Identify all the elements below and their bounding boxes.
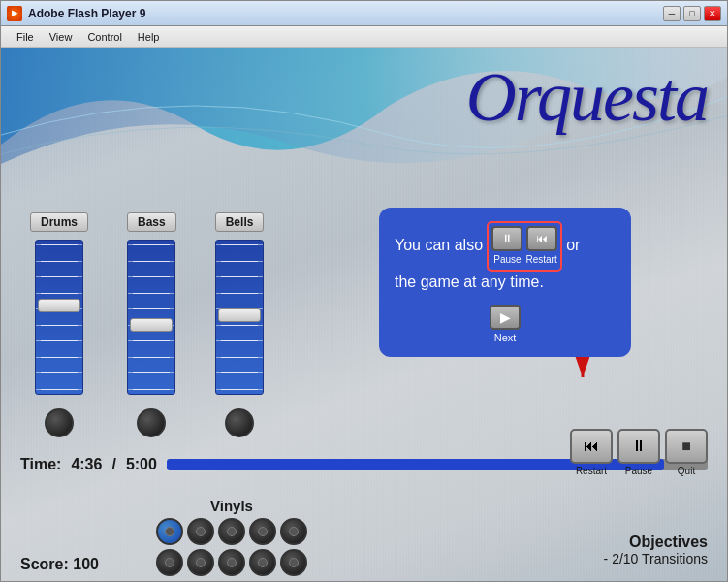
tick bbox=[128, 389, 174, 390]
time-separator: / bbox=[111, 456, 115, 473]
objectives-label: Objectives bbox=[604, 534, 708, 551]
tick bbox=[36, 340, 82, 341]
tick bbox=[128, 357, 174, 358]
menu-control[interactable]: Control bbox=[79, 29, 129, 45]
quit-btn-group: ■ Quit bbox=[665, 429, 708, 476]
tick bbox=[216, 325, 263, 326]
app-window: ▶ Adobe Flash Player 9 ─ □ ✕ File View C… bbox=[0, 0, 728, 582]
title-bar: ▶ Adobe Flash Player 9 ─ □ ✕ bbox=[1, 1, 727, 26]
drums-slider-group: Drums bbox=[30, 212, 88, 437]
bells-slider-track[interactable] bbox=[215, 240, 264, 395]
tick bbox=[36, 372, 82, 373]
quit-button-label: Quit bbox=[678, 466, 695, 476]
next-button[interactable]: ▶ bbox=[490, 305, 521, 330]
tick bbox=[216, 293, 263, 294]
tooltip-popup: You can also ⏸ Pause ⏮ bbox=[379, 208, 631, 357]
bells-slider-handle[interactable] bbox=[218, 308, 261, 322]
score-value: 100 bbox=[73, 556, 99, 572]
maximize-button[interactable]: □ bbox=[683, 6, 701, 21]
time-label: Time: bbox=[20, 456, 61, 473]
window-controls: ─ □ ✕ bbox=[663, 6, 721, 21]
next-btn-area: ▶ Next bbox=[490, 305, 521, 343]
vinyl-disc bbox=[249, 549, 276, 576]
tick bbox=[128, 261, 174, 262]
sliders-section: Drums Bass bbox=[30, 212, 264, 437]
tick bbox=[36, 244, 82, 245]
objectives-section: Objectives - 2/10 Transitions bbox=[604, 534, 708, 566]
drums-slider-track[interactable] bbox=[35, 240, 83, 395]
next-label: Next bbox=[494, 332, 517, 343]
vinyl-disc bbox=[280, 518, 307, 545]
time-total: 5:00 bbox=[126, 456, 157, 473]
tick bbox=[36, 389, 82, 390]
tick bbox=[36, 276, 82, 277]
bass-slider-track[interactable] bbox=[127, 240, 175, 395]
app-icon: ▶ bbox=[7, 6, 22, 21]
menu-view[interactable]: View bbox=[42, 29, 80, 45]
window-title: Adobe Flash Player 9 bbox=[28, 7, 663, 20]
time-current: 4:36 bbox=[71, 456, 102, 473]
bass-slider-handle[interactable] bbox=[130, 318, 173, 332]
pause-button[interactable]: ⏸ bbox=[617, 429, 660, 464]
menu-help[interactable]: Help bbox=[130, 29, 168, 45]
menu-file[interactable]: File bbox=[9, 29, 42, 45]
vinyl-disc bbox=[280, 549, 307, 576]
tick bbox=[128, 244, 174, 245]
bells-label: Bells bbox=[215, 212, 265, 232]
vinyl-disc bbox=[187, 549, 214, 576]
close-button[interactable]: ✕ bbox=[704, 6, 721, 21]
tick bbox=[36, 325, 82, 326]
drums-knob[interactable] bbox=[45, 408, 74, 437]
vinyl-disc bbox=[187, 518, 214, 545]
restart-button-label: Restart bbox=[576, 466, 607, 476]
bass-knob[interactable] bbox=[137, 408, 166, 437]
tooltip-or: or bbox=[566, 237, 580, 253]
tick bbox=[216, 389, 263, 390]
tooltip-text: You can also ⏸ Pause ⏮ bbox=[395, 221, 616, 293]
tick bbox=[216, 372, 263, 373]
app-title: Orquesta bbox=[466, 57, 708, 138]
tick bbox=[216, 244, 263, 245]
tooltip-pause-button[interactable]: ⏸ bbox=[491, 226, 522, 251]
vinyl-globe bbox=[156, 518, 183, 545]
drums-label: Drums bbox=[30, 212, 88, 232]
bells-knob[interactable] bbox=[225, 408, 254, 437]
pause-button-label: Pause bbox=[625, 466, 652, 476]
vinyls-grid bbox=[156, 518, 307, 576]
vinyl-disc bbox=[218, 518, 245, 545]
tick bbox=[216, 261, 263, 262]
minimize-button[interactable]: ─ bbox=[663, 6, 681, 21]
tick bbox=[128, 372, 174, 373]
menu-bar: File View Control Help bbox=[1, 26, 727, 48]
vinyl-disc bbox=[249, 518, 276, 545]
vinyls-label: Vinyls bbox=[210, 498, 253, 514]
score-section: Score: 100 bbox=[20, 556, 99, 573]
main-content: Orquesta Drums bbox=[1, 48, 727, 581]
quit-button[interactable]: ■ bbox=[665, 429, 708, 464]
vinyl-disc bbox=[218, 549, 245, 576]
tick bbox=[216, 276, 263, 277]
tick bbox=[36, 293, 82, 294]
pause-btn-group-main: ⏸ Pause bbox=[617, 429, 660, 476]
tooltip-restart-label: Restart bbox=[525, 253, 556, 267]
restart-btn-group: ⏮ Restart bbox=[525, 226, 556, 267]
tick bbox=[128, 293, 174, 294]
transport-buttons: ⏮ Restart ⏸ Pause ■ Quit bbox=[570, 429, 708, 476]
tick bbox=[216, 340, 263, 341]
pause-btn-group: ⏸ Pause bbox=[491, 226, 522, 267]
bass-label: Bass bbox=[127, 212, 176, 232]
tick bbox=[36, 357, 82, 358]
vinyls-section: Vinyls bbox=[156, 498, 307, 576]
tick bbox=[128, 308, 174, 309]
tooltip-restart-button[interactable]: ⏮ bbox=[526, 226, 557, 251]
tick bbox=[128, 276, 174, 277]
bells-slider-group: Bells bbox=[215, 212, 265, 437]
drums-slider-handle[interactable] bbox=[38, 299, 80, 312]
score-label: Score: bbox=[20, 556, 69, 572]
restart-button[interactable]: ⏮ bbox=[570, 429, 613, 464]
bass-slider-group: Bass bbox=[127, 212, 176, 437]
tick bbox=[128, 340, 174, 341]
tick bbox=[36, 261, 82, 262]
tooltip-pause-label: Pause bbox=[493, 253, 521, 267]
tick bbox=[216, 357, 263, 358]
